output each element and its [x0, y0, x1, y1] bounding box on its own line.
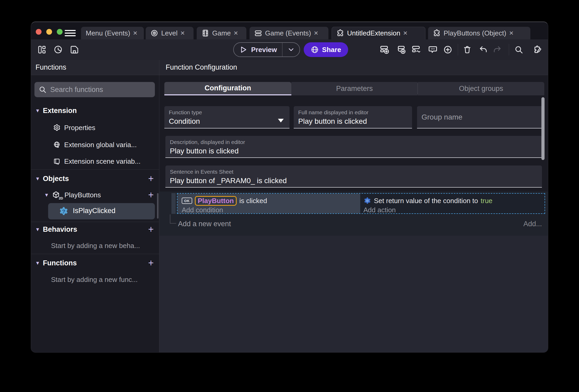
add-function-button[interactable]: + [147, 258, 155, 268]
close-icon[interactable]: × [403, 29, 407, 37]
panels-layout-button[interactable] [37, 45, 47, 54]
sidebar-item-extension-global-variables[interactable]: Extension global varia... [31, 139, 159, 151]
add-function-to-object-button[interactable]: + [147, 190, 155, 200]
hint-label: Start by adding a new func... [51, 276, 138, 284]
tab-level[interactable]: Level × [146, 27, 194, 39]
field-label: Full name displayed in editor [298, 109, 368, 116]
question-mark: ? [59, 207, 69, 216]
sidebar-group-objects[interactable]: ▾ Objects + [31, 173, 159, 184]
sidebar-item-playbuttons[interactable]: ▾ 2D PlayButtons + [31, 189, 159, 201]
actions-column[interactable]: Set return value of the condition to tru… [360, 194, 545, 213]
window-close-button[interactable] [36, 29, 42, 35]
object-parameter-chip[interactable]: PlayButton [195, 196, 237, 206]
window-minimize-button[interactable] [46, 29, 52, 35]
search-events-button[interactable] [514, 45, 524, 54]
redo-icon [493, 45, 502, 54]
field-label: Function type [169, 109, 202, 116]
add-action-button[interactable]: Add action [363, 206, 545, 214]
add-other-event-icon [412, 45, 421, 54]
tab-game[interactable]: Game × [197, 27, 246, 39]
add-event-icon [380, 45, 389, 54]
add-new-event-button[interactable]: Add a new event [178, 220, 231, 228]
tab-configuration[interactable]: Configuration [164, 82, 291, 95]
chevron-down-icon[interactable]: ▾ [43, 192, 50, 198]
add-more-button[interactable]: Add... [523, 220, 542, 228]
tab-menu-events[interactable]: Menu (Events) × [81, 27, 144, 39]
chevron-down-icon[interactable]: ▾ [34, 260, 41, 266]
divider [31, 254, 159, 254]
add-comment-button[interactable] [428, 45, 438, 54]
film-icon [201, 29, 209, 37]
scene-variable-icon [53, 158, 61, 165]
tab-playbuttons-object[interactable]: PlayButtons (Object) × [428, 27, 530, 39]
close-icon[interactable]: × [180, 29, 185, 37]
function-type-select[interactable]: Function type Condition [164, 106, 290, 128]
tab-label: UntitledExtension [347, 29, 400, 37]
scrollbar-thumb[interactable] [541, 97, 545, 160]
events-sheet: OK PlayButton is clicked Add condition [159, 192, 548, 353]
close-icon[interactable]: × [509, 29, 513, 37]
chevron-down-icon[interactable]: ▾ [34, 107, 41, 114]
puzzle-icon [336, 29, 344, 37]
tab-bar: Menu (Events) × Level × Game × [31, 22, 548, 39]
sidebar-group-functions[interactable]: ▾ Functions + [31, 257, 159, 269]
group-name-input[interactable] [421, 106, 535, 128]
close-icon[interactable]: × [234, 29, 238, 37]
tab-game-events[interactable]: Game (Events) × [250, 27, 328, 39]
add-other-event-button[interactable] [412, 45, 421, 54]
sentence-field[interactable]: Sentence in Events Sheet Play button of … [165, 166, 542, 188]
save-button[interactable] [70, 45, 79, 54]
history-button[interactable] [53, 45, 63, 54]
search-field[interactable] [34, 82, 155, 97]
group-label: Functions [43, 259, 77, 267]
redo-button[interactable] [492, 45, 502, 54]
circle-plus-icon [443, 45, 453, 54]
chevron-down-icon[interactable] [287, 46, 295, 54]
choose-and-add-button[interactable] [443, 45, 453, 54]
close-icon[interactable]: × [314, 29, 318, 37]
sidebar-group-behaviors[interactable]: ▾ Behaviors + [31, 224, 159, 235]
sidebar-item-isplayclicked[interactable]: ? IsPlayClicked [48, 203, 155, 219]
preview-button[interactable]: Preview [233, 42, 300, 57]
field-label: Sentence in Events Sheet [170, 169, 233, 175]
close-icon[interactable]: × [133, 29, 137, 37]
sidebar-group-extension[interactable]: ▾ Extension [31, 105, 159, 116]
tab-untitled-extension[interactable]: UntitledExtension × [332, 27, 425, 39]
extension-edit-icon [533, 45, 542, 54]
sidebar-item-extension-scene-variables[interactable]: Extension scene variab... [31, 156, 159, 167]
event-selected[interactable]: OK PlayButton is clicked Add condition [177, 193, 545, 214]
add-behavior-button[interactable]: + [147, 225, 155, 234]
sidebar-hint-functions: Start by adding a new func... [31, 274, 159, 285]
tab-object-groups[interactable]: Object groups [418, 82, 544, 95]
condition-text: is clicked [239, 197, 267, 205]
full-name-field[interactable]: Full name displayed in editor Play butto… [294, 106, 412, 128]
history-icon [54, 45, 63, 54]
add-object-button[interactable]: + [147, 174, 155, 183]
item-label: Extension global varia... [64, 141, 137, 149]
window-zoom-button[interactable] [57, 29, 63, 35]
preview-label: Preview [251, 46, 277, 54]
conditions-column[interactable]: OK PlayButton is clicked Add condition [177, 194, 360, 213]
chevron-down-icon[interactable]: ▾ [34, 175, 41, 182]
description-field[interactable]: Description, displayed in editor Play bu… [165, 136, 542, 158]
delete-button[interactable] [463, 45, 472, 54]
main-menu-icon[interactable] [65, 30, 76, 36]
undo-button[interactable] [479, 45, 488, 54]
share-button[interactable]: Share [304, 42, 348, 57]
puzzle-icon [433, 29, 441, 37]
chevron-down-icon[interactable]: ▾ [34, 226, 41, 233]
tab-parameters[interactable]: Parameters [291, 82, 418, 95]
toolbar-divider [458, 44, 458, 55]
add-subevent-button[interactable] [397, 45, 406, 54]
add-event-button[interactable] [380, 45, 389, 54]
event-drag-handle[interactable] [171, 193, 176, 214]
sidebar-item-properties[interactable]: Properties [31, 122, 159, 133]
group-label: Objects [43, 175, 69, 183]
sidebar-scrollbar-thumb[interactable] [157, 193, 159, 219]
add-condition-button[interactable]: Add condition [182, 206, 360, 214]
edit-extension-button[interactable] [533, 45, 542, 54]
group-name-field[interactable] [417, 106, 543, 128]
events-sheet-icon [254, 29, 262, 37]
add-subevent-icon [397, 45, 406, 54]
search-input[interactable] [50, 86, 151, 94]
